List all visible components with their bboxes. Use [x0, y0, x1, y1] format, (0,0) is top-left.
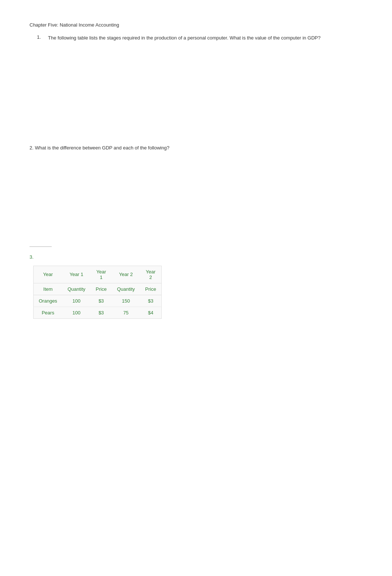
col-qty-1: Quantity [62, 283, 90, 295]
table-row: Pears 100 $3 75 $4 [34, 307, 162, 318]
table-wrapper: Year Year 1 Year1 Year 2 Year2 Item Quan… [33, 266, 362, 319]
header-row-1: Year Year 1 Year1 Year 2 Year2 [34, 266, 162, 283]
oranges-qty1: 100 [62, 295, 90, 307]
col-qty-2: Quantity [112, 283, 140, 295]
oranges-price1: $3 [90, 295, 112, 307]
col-year2-sub: Year2 [140, 266, 161, 283]
question-2-block: 2. What is the difference between GDP an… [30, 145, 362, 151]
col-year2-label: Year 2 [112, 266, 140, 283]
col-year-label: Year [34, 266, 62, 283]
question-1-text: The following table lists the stages req… [48, 34, 321, 42]
table-row: Oranges 100 $3 150 $3 [34, 295, 162, 307]
question-3-number: 3. [30, 254, 362, 260]
question-1-number: 1. [37, 34, 44, 42]
col-year1-label: Year 1 [62, 266, 90, 283]
item-oranges: Oranges [34, 295, 62, 307]
oranges-price2: $3 [140, 295, 161, 307]
col-price-1: Price [90, 283, 112, 295]
header-row-2: Item Quantity Price Quantity Price [34, 283, 162, 295]
col-year1-sub: Year1 [90, 266, 112, 283]
pears-qty1: 100 [62, 307, 90, 318]
data-table: Year Year 1 Year1 Year 2 Year2 Item Quan… [33, 266, 162, 319]
pears-qty2: 75 [112, 307, 140, 318]
question-1-block: 1. The following table lists the stages … [30, 34, 362, 42]
pears-price1: $3 [90, 307, 112, 318]
question-2-text: 2. What is the difference between GDP an… [30, 145, 169, 151]
separator-line [30, 246, 52, 247]
chapter-title: Chapter Five: National Income Accounting [30, 22, 362, 28]
col-price-2: Price [140, 283, 161, 295]
col-item: Item [34, 283, 62, 295]
pears-price2: $4 [140, 307, 161, 318]
item-pears: Pears [34, 307, 62, 318]
oranges-qty2: 150 [112, 295, 140, 307]
